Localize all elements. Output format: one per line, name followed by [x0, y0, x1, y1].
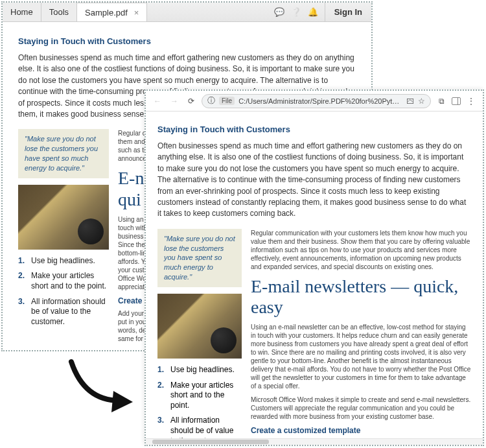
- url-bar[interactable]: ⓘ File C:/Users/Administrator/Spire.PDF%…: [202, 94, 431, 108]
- sidepanel-icon[interactable]: [452, 97, 461, 105]
- doc-heading: Staying in Touch with Customers: [18, 36, 356, 46]
- tab-file[interactable]: Sample.pdf ×: [77, 3, 147, 21]
- tips-list: Use big headlines. Make your articles sh…: [157, 365, 242, 446]
- pull-quote: "Make sure you do not lose the customers…: [157, 229, 242, 287]
- browser-document-body: Staying in Touch with Customers Often bu…: [146, 112, 483, 446]
- doc-left-col: "Make sure you do not lose the customers…: [18, 129, 109, 346]
- right-para-2: Using an e-mail newsletter can be an eff…: [251, 323, 471, 390]
- info-icon[interactable]: ⓘ: [207, 95, 215, 106]
- doc-photo-placeholder: [157, 294, 242, 359]
- list-item: Use big headlines.: [18, 256, 109, 266]
- big-headline: E-mail newsletters — quick, easy: [251, 276, 471, 318]
- chat-icon[interactable]: 💬: [274, 7, 284, 17]
- arrow-icon: [65, 355, 143, 414]
- url-scheme-badge: File: [219, 97, 235, 105]
- list-item: All information should be of value to th…: [18, 297, 109, 327]
- back-button[interactable]: ←: [151, 95, 164, 108]
- forward-button[interactable]: →: [168, 95, 181, 108]
- toolbar-icons: 💬 ❔ 🔔: [268, 3, 325, 21]
- extensions-icon[interactable]: ⧉: [435, 95, 448, 108]
- list-item: Make your articles short and to the poin…: [18, 271, 109, 291]
- list-item-text: Make your articles short and to the poin…: [170, 381, 242, 411]
- pull-quote: "Make sure you do not lose the customers…: [18, 129, 109, 178]
- share-icon[interactable]: ⮹: [406, 97, 414, 106]
- tab-tools-label: Tools: [49, 7, 69, 17]
- url-text: C:/Users/Administrator/Spire.PDF%20for%2…: [238, 97, 402, 105]
- star-icon[interactable]: ☆: [418, 97, 425, 106]
- doc-intro: Often businesses spend as much time and …: [157, 141, 471, 220]
- close-icon[interactable]: ×: [134, 8, 139, 18]
- browser-toolbar: ← → ⟳ ⓘ File C:/Users/Administrator/Spir…: [146, 91, 483, 112]
- help-icon[interactable]: ❔: [291, 7, 301, 17]
- sign-in-label: Sign In: [334, 7, 362, 17]
- list-item-text: Use big headlines.: [31, 256, 95, 266]
- toolbar-spacer: [147, 3, 267, 21]
- doc-heading: Staying in Touch with Customers: [157, 124, 471, 134]
- menu-icon[interactable]: ⋮: [465, 95, 478, 108]
- list-item: Make your articles short and to the poin…: [157, 381, 242, 411]
- list-item-text: Make your articles short and to the poin…: [31, 271, 109, 291]
- tab-tools[interactable]: Tools: [41, 3, 77, 21]
- tab-home-label: Home: [10, 7, 33, 17]
- reload-button[interactable]: ⟳: [185, 95, 198, 108]
- tips-list: Use big headlines. Make your articles sh…: [18, 256, 109, 327]
- scrollbar-thumb[interactable]: [152, 440, 269, 444]
- right-para-3: Microsoft Office Word makes it simple to…: [251, 395, 471, 421]
- doc-right-col: Regular communication with your customer…: [251, 229, 471, 446]
- tab-home[interactable]: Home: [3, 3, 41, 21]
- list-item-text: All information should be of value to th…: [31, 297, 109, 327]
- right-para-1: Regular communication with your customer…: [251, 229, 471, 271]
- doc-photo-placeholder: [18, 185, 109, 250]
- bell-icon[interactable]: 🔔: [308, 7, 318, 17]
- browser-window: ← → ⟳ ⓘ File C:/Users/Administrator/Spir…: [145, 89, 484, 446]
- doc-left-col: "Make sure you do not lose the customers…: [157, 229, 242, 446]
- sign-in-button[interactable]: Sign In: [325, 3, 371, 21]
- list-item: Use big headlines.: [157, 365, 242, 375]
- tab-file-label: Sample.pdf: [85, 8, 128, 18]
- doc-columns: "Make sure you do not lose the customers…: [157, 229, 471, 446]
- horizontal-scrollbar[interactable]: [146, 438, 483, 445]
- list-item-text: Use big headlines.: [170, 365, 235, 375]
- doc-subheading: Create a customized template: [251, 426, 471, 435]
- pdf-toolbar: Home Tools Sample.pdf × 💬 ❔ 🔔 Sign In: [3, 3, 371, 22]
